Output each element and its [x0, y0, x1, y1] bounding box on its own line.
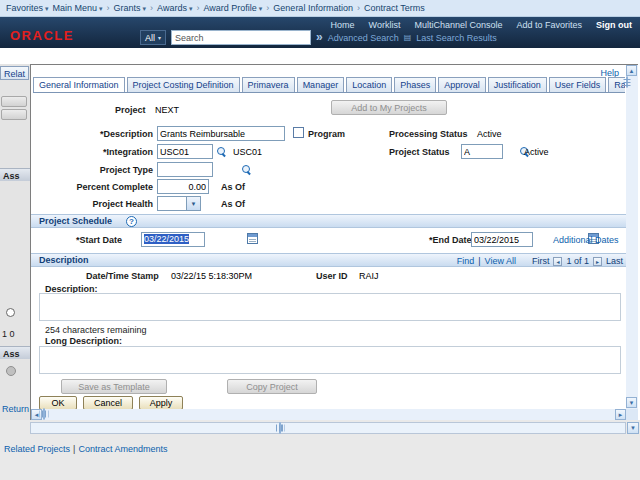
end-date-input[interactable] [471, 232, 533, 247]
as-of-label: As Of [221, 199, 245, 209]
project-schedule-section-header: Project Schedule ? [31, 214, 627, 228]
project-type-input[interactable] [157, 162, 213, 177]
save-as-template-button[interactable]: Save as Template [61, 379, 167, 394]
project-status-description: Active [524, 147, 549, 157]
integration-label: *Integration [31, 147, 153, 157]
related-projects-link[interactable]: Related Projects [4, 444, 70, 454]
integration-input[interactable] [157, 144, 213, 159]
start-date-calendar-icon[interactable] [247, 233, 258, 244]
scroll-up-button[interactable]: ▲ [626, 65, 637, 76]
start-date-label: *Start Date [76, 235, 122, 245]
project-health-value [157, 196, 187, 211]
scroll-right-button[interactable]: ► [615, 409, 626, 420]
description-textarea[interactable] [39, 293, 621, 321]
program-checkbox[interactable] [293, 127, 304, 138]
background-tab-related[interactable]: Relat [0, 66, 29, 80]
project-status-input[interactable] [461, 144, 503, 159]
vertical-scroll-thumb[interactable] [626, 76, 628, 88]
contract-amendments-link[interactable]: Contract Amendments [78, 444, 167, 454]
first-label: First [532, 256, 550, 266]
oracle-logo: ORACLE [10, 28, 74, 43]
dropdown-arrow-icon[interactable]: ▼ [187, 196, 201, 211]
page-scroll-down-button[interactable]: ▼ [627, 422, 639, 434]
pipe-separator: | [478, 256, 480, 266]
sign-out-link[interactable]: Sign out [596, 20, 632, 30]
page-horizontal-scroll-thumb[interactable] [279, 422, 281, 434]
description-input[interactable] [157, 126, 285, 141]
tab-rates[interactable]: Rates [608, 77, 625, 92]
breadcrumb-item-awards[interactable]: Awards▾ [157, 3, 192, 13]
background-gray-dot [6, 366, 16, 376]
section-help-icon[interactable]: ? [126, 216, 137, 227]
breadcrumb-item-favorites[interactable]: Favorites▾ [6, 3, 49, 13]
tab-approval[interactable]: Approval [438, 77, 486, 92]
tab-primavera[interactable]: Primavera [242, 77, 295, 92]
long-description-textarea[interactable] [39, 346, 621, 374]
page-horizontal-scrollbar[interactable] [30, 422, 626, 434]
datetime-stamp-label: Date/Time Stamp [86, 271, 159, 281]
background-button[interactable] [1, 96, 27, 107]
project-schedule-title: Project Schedule [39, 216, 112, 226]
find-link[interactable]: Find [457, 256, 475, 266]
breadcrumb-item-main-menu[interactable]: Main Menu▾ [53, 3, 103, 13]
multichannel-console-link[interactable]: MultiChannel Console [414, 20, 502, 30]
project-type-lookup-icon[interactable] [242, 165, 252, 175]
search-go-icon[interactable]: » [316, 30, 323, 45]
background-radio-button[interactable] [6, 308, 15, 317]
integration-lookup-icon[interactable] [217, 147, 227, 157]
tab-location[interactable]: Location [346, 77, 392, 92]
last-search-results-link[interactable]: Last Search Results [416, 33, 497, 43]
dropdown-arrow-icon: ▾ [158, 34, 161, 41]
breadcrumb-separator: › [266, 3, 269, 13]
description-section-header: Description Find | View All First ◂ 1 of… [31, 253, 627, 267]
return-link[interactable]: Return [2, 404, 29, 414]
start-date-input[interactable]: 03/22/2015 [141, 232, 205, 247]
tab-justification[interactable]: Justification [488, 77, 547, 92]
apply-button[interactable]: Apply [139, 396, 183, 410]
advanced-search-link[interactable]: Advanced Search [328, 33, 399, 43]
project-health-select[interactable]: ▼ [157, 196, 201, 211]
global-search: All▾ » Advanced Search ▤ Last Search Res… [140, 30, 497, 45]
dropdown-arrow-icon: ▾ [143, 5, 147, 12]
previous-row-icon[interactable]: ◂ [553, 257, 562, 266]
view-all-link[interactable]: View All [485, 256, 516, 266]
tab-manager[interactable]: Manager [297, 77, 345, 92]
tab-phases[interactable]: Phases [394, 77, 436, 92]
chars-remaining-text: 254 characters remaining [45, 325, 147, 335]
horizontal-scroll-thumb[interactable] [43, 408, 45, 420]
tab-project-costing-definition[interactable]: Project Costing Definition [127, 77, 240, 92]
breadcrumb-separator: › [150, 3, 153, 13]
percent-complete-input[interactable] [157, 179, 209, 194]
cancel-button[interactable]: Cancel [83, 396, 133, 410]
row-counter: 1 of 1 [566, 256, 589, 266]
tab-general-information[interactable]: General Information [33, 77, 125, 93]
dropdown-arrow-icon: ▾ [189, 5, 193, 12]
add-to-favorites-link[interactable]: Add to Favorites [516, 20, 582, 30]
integration-description: USC01 [233, 147, 262, 157]
add-to-my-projects-button[interactable]: Add to My Projects [331, 100, 447, 115]
next-row-icon[interactable]: ▸ [593, 257, 602, 266]
project-type-label: Project Type [31, 165, 153, 175]
start-date-value: 03/22/2015 [144, 234, 189, 244]
breadcrumb-item-award-profile[interactable]: Award Profile▾ [203, 3, 262, 13]
breadcrumb-item-grants[interactable]: Grants▾ [114, 3, 147, 13]
home-link[interactable]: Home [331, 20, 355, 30]
background-row-count: 1 0 [2, 329, 15, 339]
footer-links: Related Projects|Contract Amendments [4, 444, 167, 454]
scroll-down-button[interactable]: ▼ [626, 397, 637, 408]
processing-status-label: Processing Status [389, 129, 468, 139]
worklist-link[interactable]: Worklist [369, 20, 401, 30]
search-scope-dropdown[interactable]: All▾ [140, 30, 166, 45]
background-button[interactable] [1, 109, 27, 120]
search-input[interactable] [171, 30, 311, 45]
work-area: Relat Ass 1 0 Ass Return Sav Help Genera… [0, 48, 640, 480]
background-section-header: Ass [0, 346, 30, 359]
dropdown-arrow-icon: ▾ [45, 5, 49, 12]
pipe-separator: | [73, 444, 75, 454]
additional-dates-link[interactable]: Additional Dates [553, 235, 619, 245]
program-label: Program [308, 129, 345, 139]
copy-project-button[interactable]: Copy Project [227, 379, 317, 394]
modal-vertical-scrollbar[interactable]: ▲ ▼ [626, 65, 638, 409]
breadcrumb-item-general-information[interactable]: General Information [273, 3, 353, 13]
tab-user-fields[interactable]: User Fields [549, 77, 607, 92]
